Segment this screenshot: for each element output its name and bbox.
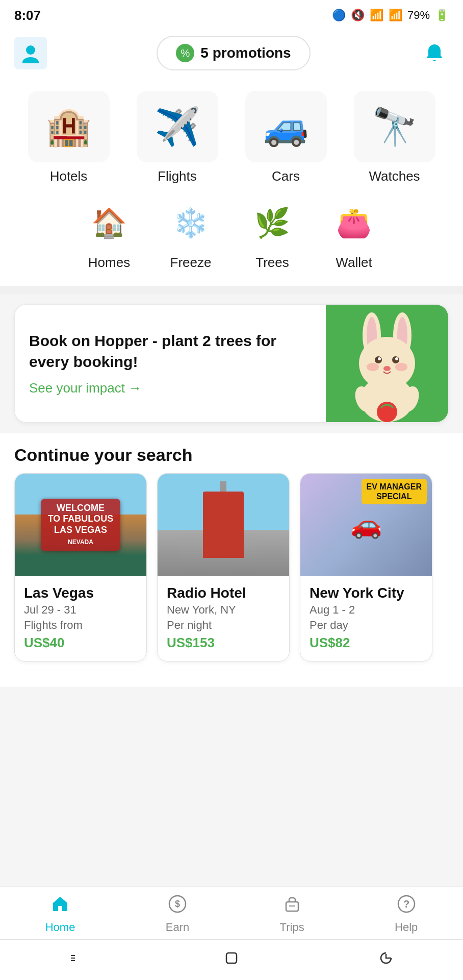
bell-icon [423,42,446,64]
svg-point-11 [367,363,379,371]
svg-point-10 [395,357,398,360]
continue-search-section: Continue your search WELCOMETO FABULOUSL… [0,433,463,687]
nav-earn[interactable]: $ Earn [166,895,189,934]
cars-icon-box: 🚙 [245,91,327,162]
search-cards-list: WELCOMETO FABULOUSLAS VEGASNEVADA Las Ve… [0,473,463,677]
system-recents-nav[interactable] [377,949,395,971]
svg-rect-24 [71,955,75,956]
las-vegas-dates: Jul 29 - 31 [24,603,137,617]
category-freeze[interactable]: ❄️ Freeze [165,198,216,271]
nyc-dates: Aug 1 - 2 [310,603,423,617]
category-cars[interactable]: 🚙 Cars [240,91,332,184]
category-flights[interactable]: ✈️ Flights [132,91,223,184]
ev-manager-badge: EV MANAGERSPECIAL [362,479,427,504]
nyc-image: EV MANAGERSPECIAL 🚗 [300,474,432,576]
home-nav-label: Home [45,921,75,934]
category-trees[interactable]: 🌿 Trees [247,198,298,271]
help-nav-icon: ? [397,895,416,918]
wallet-icon: 👛 [328,198,379,249]
trips-nav-label: Trips [280,921,304,934]
system-navigation [0,939,463,980]
building-icon [203,492,244,558]
svg-point-12 [395,363,407,371]
primary-category-row: 🏨 Hotels ✈️ Flights 🚙 Cars 🔭 Watches [14,91,449,184]
las-vegas-card-body: Las Vegas Jul 29 - 31 Flights from US$40 [15,576,146,661]
cars-label: Cars [272,168,300,184]
promotions-tag-icon: % [176,44,194,62]
search-card-radio-hotel[interactable]: Radio Hotel New York, NY Per night US$15… [157,473,290,662]
las-vegas-price: US$40 [24,635,137,651]
hotels-icon-box: 🏨 [28,91,110,162]
earn-nav-icon: $ [168,895,187,918]
secondary-category-row: 🏠 Homes ❄️ Freeze 🌿 Trees 👛 Wallet [14,192,449,281]
promo-banner[interactable]: Book on Hopper - plant 2 trees for every… [14,304,449,423]
nyc-price: US$82 [310,635,423,651]
svg-text:?: ? [403,898,409,910]
hotels-label: Hotels [50,168,88,184]
nav-home[interactable]: Home [45,895,75,934]
section-divider [0,286,463,294]
nyc-city: New York City [310,585,423,601]
search-card-las-vegas[interactable]: WELCOMETO FABULOUSLAS VEGASNEVADA Las Ve… [14,473,147,662]
radio-hotel-price: US$153 [167,635,280,651]
system-back-nav[interactable] [68,949,86,971]
promo-link[interactable]: See your impact → [29,380,312,396]
svg-rect-26 [71,960,75,961]
nav-trips[interactable]: Trips [280,895,304,934]
home-nav-icon [51,895,69,918]
homes-icon: 🏠 [84,198,135,249]
svg-rect-27 [226,953,237,963]
trees-label: Trees [255,255,289,271]
watches-label: Watches [369,168,420,184]
search-card-nyc[interactable]: EV MANAGERSPECIAL 🚗 New York City Aug 1 … [300,473,432,662]
svg-rect-25 [71,958,75,959]
continue-search-title: Continue your search [0,433,463,473]
trees-icon: 🌿 [247,198,298,249]
freeze-label: Freeze [170,255,212,271]
freeze-icon: ❄️ [165,198,216,249]
covered-car-icon: 🚗 [350,510,382,540]
category-homes[interactable]: 🏠 Homes [84,198,135,271]
bunny-illustration [336,305,438,422]
help-nav-label: Help [395,921,418,934]
svg-point-1 [22,57,39,63]
svg-point-0 [26,45,35,55]
radio-hotel-name: Radio Hotel [167,585,280,601]
promo-title: Book on Hopper - plant 2 trees for every… [29,331,312,372]
radio-hotel-type: Per night [167,619,280,632]
las-vegas-sign: WELCOMETO FABULOUSLAS VEGASNEVADA [41,499,121,551]
trips-nav-icon [283,895,301,918]
earn-nav-label: Earn [166,921,189,934]
status-time: 8:07 [14,8,41,23]
user-avatar[interactable] [14,37,47,69]
flights-label: Flights [158,168,197,184]
category-wallet[interactable]: 👛 Wallet [328,198,379,271]
radio-hotel-location: New York, NY [167,603,280,617]
status-icons: 🔵 🔇 📶 📶 79% 🔋 [332,9,449,22]
nyc-card-body: New York City Aug 1 - 2 Per day US$82 [300,576,432,661]
category-hotels[interactable]: 🏨 Hotels [23,91,115,184]
system-home-nav[interactable] [222,949,241,971]
nyc-type: Per day [310,619,423,632]
categories-section: 🏨 Hotels ✈️ Flights 🚙 Cars 🔭 Watches 🏠 H… [0,81,463,286]
battery-icon: 🔋 [435,9,449,22]
user-icon [20,43,41,63]
app-header: % 5 promotions [0,31,463,81]
radio-hotel-image [158,474,289,576]
bluetooth-icon: 🔵 [332,9,346,22]
svg-text:$: $ [175,899,180,909]
promo-text-area: Book on Hopper - plant 2 trees for every… [15,305,326,422]
promo-visual [326,305,448,422]
las-vegas-type: Flights from [24,619,137,632]
signal-icon: 📶 [389,9,402,22]
battery-label: 79% [407,9,430,22]
flights-icon-box: ✈️ [137,91,218,162]
svg-point-9 [378,357,381,360]
watches-icon-box: 🔭 [354,91,435,162]
promotions-button[interactable]: % 5 promotions [157,36,310,70]
category-watches[interactable]: 🔭 Watches [349,91,441,184]
svg-point-13 [383,366,391,371]
bottom-navigation: Home $ Earn Trips ? Help [0,886,463,939]
nav-help[interactable]: ? Help [395,895,418,934]
notification-button[interactable] [420,39,449,67]
